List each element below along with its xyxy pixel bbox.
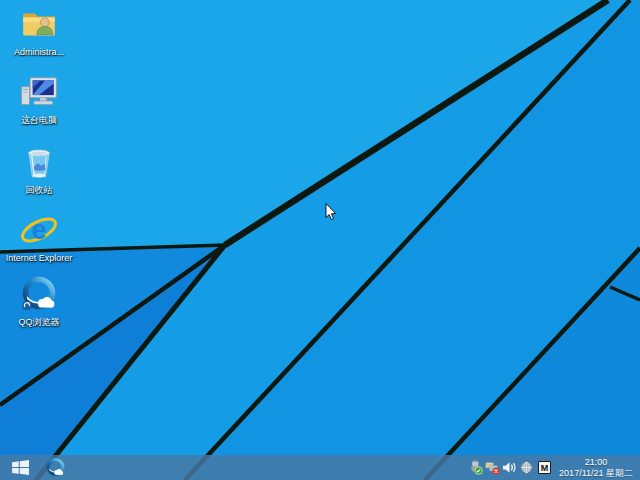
start-button[interactable] xyxy=(0,455,40,480)
desktop-icon-this-pc[interactable]: 这台电脑 xyxy=(0,72,78,128)
mouse-cursor xyxy=(325,203,337,221)
wallpaper-windows81-lines xyxy=(0,0,640,480)
system-tray: M 21:00 2017/11/21 星期二 xyxy=(468,455,640,480)
taskbar-item-qq-browser[interactable] xyxy=(40,455,70,480)
language-globe-icon[interactable] xyxy=(519,455,534,480)
administrator-folder-icon xyxy=(20,6,58,44)
clock-time: 21:00 xyxy=(585,457,608,468)
desktop-icon-label: Administra... xyxy=(14,47,64,58)
qq-browser-icon xyxy=(45,457,66,478)
desktop-icon-label: 这台电脑 xyxy=(21,115,57,126)
network-disconnected-icon[interactable] xyxy=(485,455,500,480)
this-pc-icon xyxy=(20,74,58,112)
desktop-icon-label: Internet Explorer xyxy=(6,253,73,264)
desktop-icon-column: Administra... 这台电脑 xyxy=(0,4,78,330)
taskbar-clock[interactable]: 21:00 2017/11/21 星期二 xyxy=(555,457,637,479)
desktop-icon-recycle-bin[interactable]: 回收站 xyxy=(0,142,78,198)
recycle-bin-icon xyxy=(20,144,58,182)
input-method-indicator[interactable]: M xyxy=(538,461,551,474)
ie-e-glyph: e xyxy=(31,215,46,245)
clock-date: 2017/11/21 星期二 xyxy=(559,468,633,479)
windows-logo-icon xyxy=(12,460,29,475)
volume-icon[interactable] xyxy=(502,455,517,480)
desktop-icon-administrator[interactable]: Administra... xyxy=(0,4,78,60)
desktop-icon-internet-explorer[interactable]: e Internet Explorer xyxy=(0,210,78,266)
internet-explorer-icon: e xyxy=(19,212,59,250)
desktop-icon-label: 回收站 xyxy=(26,185,53,196)
desktop-icon-qq-browser[interactable]: QQ浏览器 xyxy=(0,274,78,330)
taskbar: M 21:00 2017/11/21 星期二 xyxy=(0,455,640,480)
desktop: Administra... 这台电脑 xyxy=(0,0,640,480)
input-method-letter: M xyxy=(541,463,549,473)
desktop-icon-label: QQ浏览器 xyxy=(18,317,59,328)
qq-browser-icon xyxy=(19,276,59,314)
safely-remove-hardware-icon[interactable] xyxy=(468,455,483,480)
